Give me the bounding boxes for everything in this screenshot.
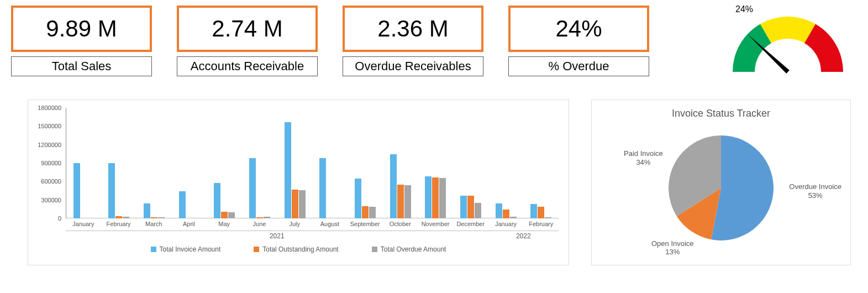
bar (264, 217, 270, 218)
x-tick-label: April (171, 218, 207, 227)
x-tick-label: May (207, 218, 242, 227)
bar-group (242, 108, 277, 218)
bar (432, 177, 439, 218)
bar (299, 190, 306, 218)
kpi-percent-overdue: 24% % Overdue (508, 6, 649, 76)
pie-slice-label: Overdue Invoice 53% (789, 182, 841, 200)
gauge-label: 24% (735, 4, 753, 14)
y-axis: 0300000600000900000120000015000001800000 (33, 108, 64, 218)
gauge-icon (719, 6, 857, 77)
bar (397, 185, 404, 218)
legend-swatch-icon (151, 247, 156, 252)
bar-chart: 0300000600000900000120000015000001800000… (28, 100, 569, 265)
kpi-overdue-receivables: 2.36 M Overdue Receivables (343, 6, 483, 76)
bar (460, 196, 467, 218)
bar-group (207, 108, 243, 218)
bar (144, 203, 150, 218)
charts-row: 0300000600000900000120000015000001800000… (6, 100, 862, 265)
bar-group (172, 108, 207, 218)
kpi-label: % Overdue (508, 56, 649, 76)
kpi-value: 2.36 M (343, 6, 483, 52)
kpi-value: 24% (508, 6, 649, 52)
pie-slice-label: Open Invoice 13% (651, 239, 694, 257)
x-tick-label: July (277, 218, 312, 227)
x-tick-label: February (523, 218, 559, 227)
bar-group (277, 108, 313, 218)
gauge-chart: 24% (719, 6, 862, 77)
bar (221, 212, 228, 218)
kpi-row: 9.89 M Total Sales 2.74 M Accounts Recei… (6, 6, 862, 77)
bar (355, 179, 361, 218)
x-tick-label: November (418, 218, 453, 227)
bar (228, 212, 235, 218)
x-tick-label: December (453, 218, 488, 227)
bar (179, 191, 186, 218)
bar (292, 190, 298, 218)
bar-group (453, 108, 488, 218)
x-tick-label: June (242, 218, 277, 227)
x-tick-label: October (382, 218, 418, 227)
bar-group (66, 108, 102, 218)
bar-group (348, 108, 383, 218)
bar (319, 158, 326, 218)
bar (108, 163, 115, 218)
bar (249, 158, 256, 218)
bar (369, 207, 376, 218)
legend-item: Total Outstanding Amount (254, 245, 338, 253)
bar (510, 217, 517, 218)
kpi-label: Accounts Receivable (177, 56, 318, 76)
bar (362, 206, 369, 218)
bar (73, 163, 80, 218)
bar-plot-area: 0300000600000900000120000015000001800000 (66, 108, 559, 218)
legend-label: Total Overdue Amount (381, 245, 446, 253)
legend-item: Total Overdue Amount (372, 245, 446, 253)
bar (467, 196, 474, 218)
legend-label: Total Outstanding Amount (262, 245, 338, 253)
year-label: 2022 (488, 231, 559, 240)
bar-group (102, 108, 137, 218)
bar (256, 217, 263, 218)
bar (151, 217, 157, 218)
pie-chart: Invoice Status Tracker Overdue Invoice 5… (591, 100, 851, 265)
bar (538, 207, 544, 218)
kpi-value: 2.74 M (177, 6, 318, 52)
bar-group (523, 108, 559, 218)
bar-group (312, 108, 348, 218)
bar (503, 210, 509, 218)
legend-swatch-icon (372, 247, 377, 252)
x-tick-label: August (312, 218, 348, 227)
pie-title: Invoice Status Tracker (596, 108, 846, 119)
kpi-value: 9.89 M (11, 6, 152, 52)
bar (390, 154, 397, 218)
bar (439, 178, 446, 218)
bar (158, 217, 165, 218)
pie-icon (666, 133, 776, 243)
kpi-accounts-receivable: 2.74 M Accounts Receivable (177, 6, 318, 76)
legend-label: Total Invoice Amount (160, 245, 221, 253)
legend-swatch-icon (254, 247, 259, 252)
x-tick-label: March (136, 218, 171, 227)
bar (123, 217, 129, 218)
bar-group (383, 108, 418, 218)
bar (214, 183, 220, 218)
x-tick-label: January (66, 218, 101, 227)
pie-body: Overdue Invoice 53% Open Invoice 13% Pai… (596, 122, 846, 254)
bar (545, 217, 551, 218)
bar-legend: Total Invoice Amount Total Outstanding A… (33, 245, 564, 253)
kpi-label: Overdue Receivables (343, 56, 483, 76)
x-axis-years: 2021 2022 (66, 227, 559, 240)
bar (530, 204, 537, 218)
bar-group (488, 108, 524, 218)
bar (285, 122, 291, 218)
bar-group (418, 108, 453, 218)
x-tick-label: January (488, 218, 524, 227)
x-axis: JanuaryFebruaryMarchAprilMayJuneJulyAugu… (66, 218, 559, 227)
bar (404, 185, 411, 218)
kpi-total-sales: 9.89 M Total Sales (11, 6, 152, 76)
pie-slice-label: Paid Invoice 34% (624, 149, 663, 166)
bar (425, 176, 432, 218)
bar (115, 216, 122, 218)
x-tick-label: February (101, 218, 136, 227)
bar-group (136, 108, 172, 218)
kpi-label: Total Sales (11, 56, 152, 76)
